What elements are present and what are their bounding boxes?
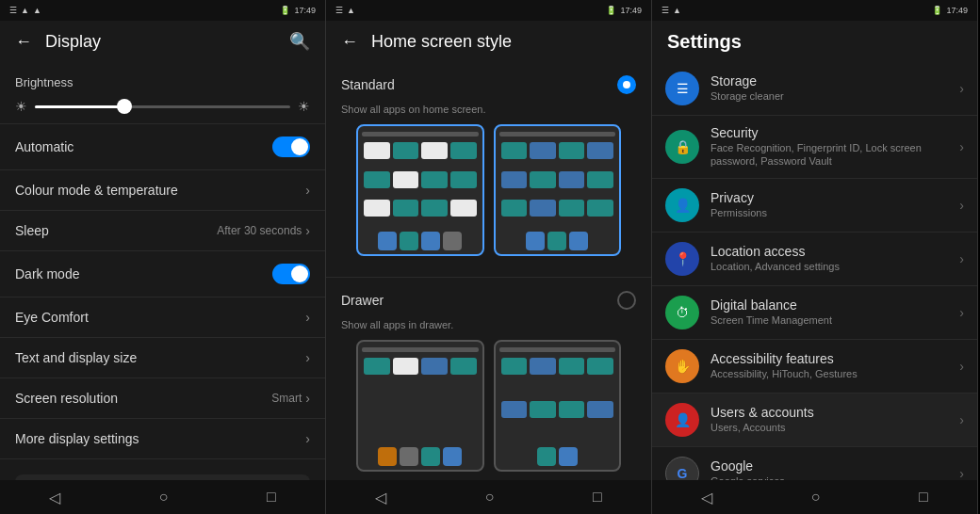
security-chevron: › xyxy=(959,139,964,154)
dark-mode-row[interactable]: Dark mode xyxy=(0,251,325,297)
back-nav-3[interactable]: ◁ xyxy=(701,489,712,506)
location-text: Location access Location, Advanced setti… xyxy=(710,244,959,273)
battery-icon: 🔋 xyxy=(280,6,290,15)
dock-app xyxy=(443,447,462,466)
back-button-2[interactable]: ← xyxy=(337,28,362,56)
eye-comfort-row[interactable]: Eye Comfort › xyxy=(0,297,325,338)
mock-app xyxy=(530,358,556,375)
home-nav-1[interactable]: ○ xyxy=(159,489,169,506)
digital-balance-chevron: › xyxy=(959,305,964,320)
screen-resolution-row[interactable]: Screen resolution Smart › xyxy=(0,378,325,419)
colour-mode-row[interactable]: Colour mode & temperature › xyxy=(0,170,325,211)
standard-option[interactable]: Standard Show all apps on home screen. xyxy=(326,62,651,278)
text-display-row[interactable]: Text and display size › xyxy=(0,338,325,378)
eye-comfort-chevron: › xyxy=(305,310,310,325)
battery-icon-3: 🔋 xyxy=(932,6,942,15)
automatic-row[interactable]: Automatic xyxy=(0,124,325,170)
back-button-1[interactable]: ← xyxy=(11,28,36,56)
dark-mode-toggle[interactable] xyxy=(272,264,310,284)
mock-app xyxy=(393,200,419,217)
recent-nav-3[interactable]: □ xyxy=(919,489,928,506)
more-settings-row[interactable]: More display settings › xyxy=(0,419,325,459)
dock-app xyxy=(421,232,440,250)
storage-text: Storage Storage cleaner xyxy=(710,73,959,103)
automatic-toggle[interactable] xyxy=(272,137,310,157)
settings-row-google[interactable]: G Google Google services › xyxy=(652,447,977,480)
settings-row-accessibility[interactable]: ✋ Accessibility features Accessibility, … xyxy=(652,340,977,394)
display-title: Display xyxy=(45,32,276,52)
mock-grid-4 xyxy=(499,356,616,443)
back-nav-1[interactable]: ◁ xyxy=(49,489,60,506)
settings-row-location[interactable]: 📍 Location access Location, Advanced set… xyxy=(652,233,977,286)
drawer-previews xyxy=(341,340,636,480)
brightness-fill xyxy=(35,105,124,108)
google-icon: G xyxy=(665,457,699,480)
google-title: Google xyxy=(710,458,959,474)
dock-app xyxy=(421,447,440,466)
nav-bar-3: ◁ ○ □ xyxy=(652,480,977,514)
more-settings-chevron: › xyxy=(305,431,310,446)
standard-header: Standard xyxy=(341,75,636,94)
back-nav-2[interactable]: ◁ xyxy=(375,489,386,506)
privacy-icon: 👤 xyxy=(665,188,699,222)
privacy-title: Privacy xyxy=(710,190,959,205)
home-nav-2[interactable]: ○ xyxy=(485,489,495,506)
mock-grid-3 xyxy=(362,356,479,443)
brightness-slider[interactable] xyxy=(35,105,290,108)
mock-dock-4 xyxy=(499,447,616,466)
settings-title: Settings xyxy=(667,31,742,53)
dock-app xyxy=(526,232,545,250)
privacy-chevron: › xyxy=(959,198,964,213)
wifi-icon-2: ▲ xyxy=(347,6,355,15)
security-title: Security xyxy=(710,125,959,140)
mock-app xyxy=(450,358,477,375)
drawer-header: Drawer xyxy=(341,291,636,310)
dock-app xyxy=(559,447,578,466)
drawer-option[interactable]: Drawer Show all apps in drawer. xyxy=(326,278,651,480)
mock-app xyxy=(393,171,419,188)
mock-app xyxy=(364,358,390,375)
time-display-3: 17:49 xyxy=(946,6,968,15)
mock-app xyxy=(501,358,528,375)
recent-nav-1[interactable]: □ xyxy=(267,489,276,506)
brightness-thumb[interactable] xyxy=(117,99,132,114)
display-content: Brightness ☀ ☀ Automatic Colour mode & t… xyxy=(0,62,325,480)
mock-dock-3 xyxy=(362,447,479,466)
dark-mode-label: Dark mode xyxy=(15,266,272,281)
status-bar-1: ☰ ▲ ▲ 🔋 17:49 xyxy=(0,0,325,21)
recent-nav-2[interactable]: □ xyxy=(593,489,602,506)
drawer-preview-1 xyxy=(356,340,484,472)
sleep-row[interactable]: Sleep After 30 seconds › xyxy=(0,211,325,251)
status-right-icons: 🔋 17:49 xyxy=(280,6,316,15)
sim-icon: ☰ xyxy=(9,6,17,15)
location-sub: Location, Advanced settings xyxy=(710,260,959,273)
brightness-label: Brightness xyxy=(15,75,310,89)
drawer-radio[interactable] xyxy=(617,291,636,310)
mock-app xyxy=(421,171,448,188)
settings-row-storage[interactable]: ☰ Storage Storage cleaner › xyxy=(652,62,977,116)
search-button-1[interactable]: 🔍 xyxy=(286,27,314,56)
brightness-high-icon: ☀ xyxy=(298,99,310,114)
dock-app xyxy=(378,447,397,466)
accessibility-title: Accessibility features xyxy=(710,351,959,366)
mock-status-2 xyxy=(499,132,616,137)
location-title: Location access xyxy=(710,244,959,259)
nav-bar-1: ◁ ○ □ xyxy=(0,480,325,514)
sim-icon-3: ☰ xyxy=(662,6,669,15)
mock-app xyxy=(530,142,556,159)
dock-app xyxy=(537,447,556,466)
home-nav-3[interactable]: ○ xyxy=(811,489,821,506)
digital-balance-sub: Screen Time Management xyxy=(710,313,959,327)
settings-row-security[interactable]: 🔒 Security Face Recognition, Fingerprint… xyxy=(652,116,977,179)
mock-app xyxy=(421,358,448,375)
automatic-label: Automatic xyxy=(15,139,272,154)
settings-row-privacy[interactable]: 👤 Privacy Permissions › xyxy=(652,179,977,233)
mock-app xyxy=(501,142,528,159)
settings-row-digital-balance[interactable]: ⏱ Digital balance Screen Time Management… xyxy=(652,286,977,340)
brightness-section: Brightness ☀ ☀ xyxy=(0,62,325,124)
settings-row-users-accounts[interactable]: 👤 Users & accounts Users, Accounts › xyxy=(652,394,977,447)
mock-app xyxy=(421,142,448,159)
standard-radio[interactable] xyxy=(617,75,636,94)
nav-bar-2: ◁ ○ □ xyxy=(326,480,651,514)
dock-app xyxy=(400,232,418,250)
